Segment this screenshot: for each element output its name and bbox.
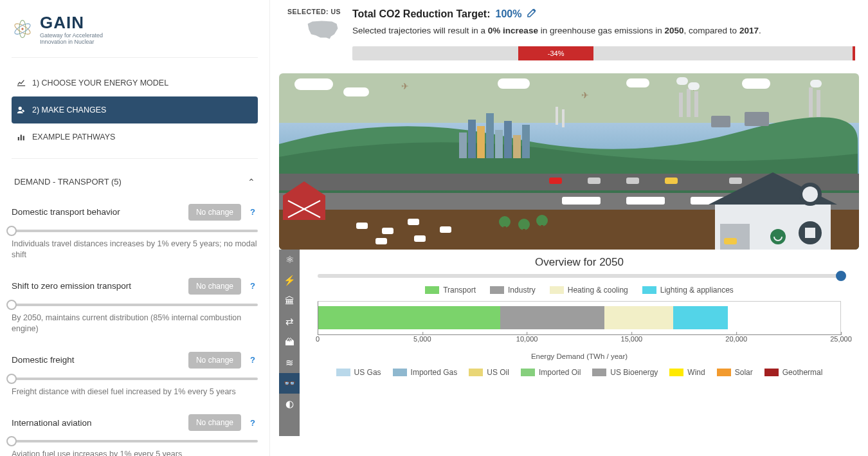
slider-thumb[interactable] [6, 436, 17, 446]
picker-pie[interactable]: ◐ [279, 394, 300, 414]
svg-point-13 [518, 219, 530, 230]
lever-desc: Aviation fuel use increases by 1% every … [12, 449, 258, 456]
sidebar: GAIN Gateway for Accelerated Innovation … [0, 0, 270, 456]
lever-slider[interactable] [12, 304, 258, 306]
edit-target-button[interactable] [527, 8, 537, 21]
axis-tick: 20,000 [725, 335, 747, 343]
legend-item[interactable]: Imported Gas [393, 368, 458, 377]
slider-thumb[interactable] [6, 300, 17, 310]
lever: Domestic freight No change ? Freight dis… [12, 345, 258, 408]
svg-rect-7 [23, 136, 24, 140]
help-icon[interactable]: ? [248, 281, 258, 291]
page-title: Total CO2 Reduction Target: 100% [352, 8, 855, 21]
axis-tick: 0 [316, 335, 320, 343]
svg-rect-19 [724, 238, 737, 244]
lever-badge[interactable]: No change [188, 352, 241, 369]
chart-title: Overview for 2050 [314, 256, 845, 269]
bar-chart-icon [17, 132, 26, 141]
year-slider[interactable] [318, 274, 841, 278]
picker-binoculars[interactable]: 👓 [279, 373, 300, 394]
year-slider-thumb[interactable] [836, 271, 846, 281]
picker-wind[interactable]: ≋ [279, 352, 300, 373]
lever-title: Domestic transport behavior [12, 207, 120, 217]
lever-badge[interactable]: No change [188, 278, 241, 295]
user-edit-icon [17, 105, 26, 114]
landscape-scene: ✈ ✈ ✈ [279, 73, 859, 250]
svg-point-15 [536, 215, 548, 226]
lever-title: Domestic freight [12, 355, 75, 365]
lever-desc: Individuals travel distances increases b… [12, 239, 258, 265]
title-text: Total CO2 Reduction Target: [352, 8, 491, 20]
lever-slider[interactable] [12, 440, 258, 442]
logo-text: GAIN Gateway for Accelerated Innovation … [40, 13, 103, 46]
logo-tagline2: Innovation in Nuclear [40, 39, 103, 46]
svg-point-4 [19, 107, 22, 110]
lever: International aviation No change ? Aviat… [12, 408, 258, 456]
main: SELECTED: US Total CO2 Reduction Target:… [270, 0, 868, 456]
logo: GAIN Gateway for Accelerated Innovation … [12, 6, 258, 58]
legend-item[interactable]: Industry [490, 286, 536, 295]
target-pct: 100% [496, 8, 522, 20]
svg-rect-14 [523, 229, 525, 235]
svg-rect-16 [541, 225, 543, 232]
picker-bolt[interactable]: ⚡ [279, 270, 300, 291]
lever-desc: Freight distance with diesel fuel increa… [12, 387, 258, 402]
axis-tick: 5,000 [413, 335, 431, 343]
slider-thumb[interactable] [6, 374, 17, 384]
lever-badge[interactable]: No change [188, 414, 241, 431]
slider-thumb[interactable] [6, 226, 17, 236]
accordion-demand-transport[interactable]: DEMAND - TRANSPORT (5) ⌃ [12, 167, 258, 197]
lever-slider[interactable] [12, 378, 258, 380]
lever: Domestic transport behavior No change ? … [12, 197, 258, 271]
help-icon[interactable]: ? [248, 207, 258, 217]
legend-item[interactable]: Heating & cooling [550, 286, 628, 295]
chart-picker: ⚛ ⚡ 🏛 ⇄ 🏔 ≋ 👓 ◐ [279, 250, 300, 436]
svg-rect-5 [18, 137, 19, 140]
legend-item[interactable]: Solar [717, 368, 753, 377]
accordion-title: DEMAND - TRANSPORT (5) [14, 177, 122, 187]
legend-item[interactable]: Geothermal [764, 368, 823, 377]
picker-atom[interactable]: ⚛ [279, 250, 300, 270]
x-axis: 05,00010,00015,00020,00025,000 [318, 334, 841, 351]
legend-item[interactable]: US Oil [469, 368, 509, 377]
axis-tick: 15,000 [621, 335, 643, 343]
logo-name: GAIN [40, 13, 103, 33]
tab-make-changes[interactable]: 2) MAKE CHANGES [12, 96, 258, 123]
tab-example-pathways[interactable]: EXAMPLE PATHWAYS [12, 123, 258, 150]
legend-item[interactable]: Transport [425, 286, 476, 295]
legend-item[interactable]: US Bioenergy [592, 368, 658, 377]
tab-choose-model[interactable]: 1) CHOOSE YOUR ENERGY MODEL [12, 69, 258, 96]
legend-item[interactable]: US Gas [336, 368, 381, 377]
bar-segment [604, 306, 673, 329]
header: SELECTED: US Total CO2 Reduction Target:… [270, 0, 868, 66]
bar-segment [500, 306, 604, 329]
selected-label: SELECTED: US [287, 8, 341, 15]
overview-chart: Overview for 2050 TransportIndustryHeati… [300, 250, 859, 436]
svg-point-21 [802, 187, 818, 202]
svg-rect-6 [21, 134, 22, 140]
svg-point-11 [499, 216, 511, 228]
picker-pillar[interactable]: 🏛 [279, 291, 300, 311]
summary-text: Selected trajectories will result in a 0… [352, 24, 855, 37]
edit-icon [527, 8, 537, 18]
lever-slider[interactable] [12, 230, 258, 232]
house-icon [702, 166, 844, 250]
lever-badge[interactable]: No change [188, 204, 241, 221]
lever-title: International aviation [12, 418, 92, 428]
legend-item[interactable]: Wind [669, 368, 705, 377]
tab-label: 1) CHOOSE YOUR ENERGY MODEL [32, 78, 168, 87]
lever: Shift to zero emission transport No chan… [12, 271, 258, 345]
bar-segment [673, 306, 727, 329]
legend-item[interactable]: Imported Oil [521, 368, 581, 377]
svg-rect-12 [503, 226, 506, 233]
legend-item[interactable]: Lighting & appliances [642, 286, 734, 295]
emissions-progress-bar: -34% [352, 46, 855, 60]
selected-region: SELECTED: US [283, 8, 341, 60]
bar-segment [318, 306, 500, 329]
picker-shuffle[interactable]: ⇄ [279, 311, 300, 332]
lever-desc: By 2050, maintains current distribution … [12, 313, 258, 339]
help-icon[interactable]: ? [248, 417, 258, 428]
help-icon[interactable]: ? [248, 355, 258, 365]
chart-line-icon [17, 78, 26, 87]
picker-image[interactable]: 🏔 [279, 332, 300, 352]
